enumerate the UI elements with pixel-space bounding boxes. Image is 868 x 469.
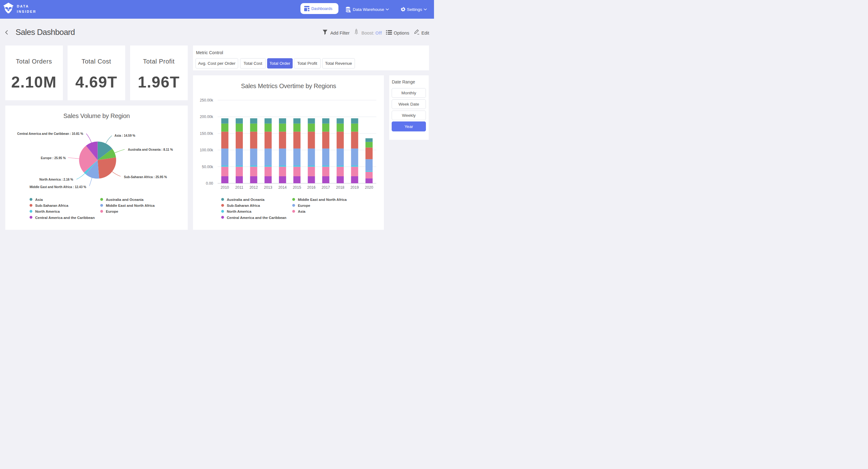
svg-text:Central America and the Caribb: Central America and the Caribbean bbox=[227, 215, 286, 219]
svg-text:0.00: 0.00 bbox=[206, 181, 213, 185]
svg-text:Australia and Oceania: Australia and Oceania bbox=[106, 198, 144, 201]
svg-text:Middle East and North Africa: Middle East and North Africa bbox=[106, 204, 155, 207]
svg-text:Europe: Europe bbox=[106, 210, 118, 213]
svg-text:Asia: Asia bbox=[35, 198, 43, 201]
svg-text:Middle East and North Africa: Middle East and North Africa bbox=[298, 198, 346, 201]
svg-text:100.00k: 100.00k bbox=[199, 148, 213, 152]
svg-text:Middle East and North Africa :: Middle East and North Africa : 12.43 % bbox=[29, 185, 86, 188]
svg-text:2020: 2020 bbox=[365, 185, 373, 189]
svg-text:Sales Volume by Region: Sales Volume by Region bbox=[63, 112, 130, 119]
svg-text:North America : 2.16 %: North America : 2.16 % bbox=[39, 178, 73, 181]
svg-text:2011: 2011 bbox=[235, 185, 243, 189]
svg-text:2018: 2018 bbox=[336, 185, 344, 189]
svg-text:Asia: Asia bbox=[298, 210, 305, 213]
svg-text:250.00k: 250.00k bbox=[199, 98, 213, 102]
svg-text:Central America and the Caribb: Central America and the Caribbean : 10.8… bbox=[17, 132, 83, 136]
svg-text:Sub-Saharan Africa: Sub-Saharan Africa bbox=[35, 204, 68, 207]
svg-text:Sub-Saharan Africa: Sub-Saharan Africa bbox=[227, 204, 260, 207]
svg-text:50.00k: 50.00k bbox=[202, 165, 213, 169]
svg-text:Asia : 14.59 %: Asia : 14.59 % bbox=[114, 134, 135, 137]
svg-text:2017: 2017 bbox=[321, 185, 330, 189]
svg-text:2012: 2012 bbox=[249, 185, 258, 189]
svg-text:2010: 2010 bbox=[220, 185, 229, 189]
svg-text:150.00k: 150.00k bbox=[199, 131, 213, 136]
svg-text:Australia and Oceania : 8.11 %: Australia and Oceania : 8.11 % bbox=[128, 148, 173, 151]
svg-text:Australia and Oceania: Australia and Oceania bbox=[227, 198, 264, 201]
svg-text:Sales Metrics Overtime by Regi: Sales Metrics Overtime by Regions bbox=[241, 82, 336, 89]
svg-text:Sub-Saharan Africa : 25.95 %: Sub-Saharan Africa : 25.95 % bbox=[124, 175, 167, 179]
svg-text:Central America and the Caribb: Central America and the Caribbean bbox=[35, 215, 95, 219]
svg-text:North America: North America bbox=[227, 210, 251, 213]
svg-text:2013: 2013 bbox=[264, 185, 272, 189]
svg-text:200.00k: 200.00k bbox=[199, 115, 213, 119]
svg-text:Europe : 25.95 %: Europe : 25.95 % bbox=[41, 156, 66, 159]
svg-text:2016: 2016 bbox=[307, 185, 315, 189]
svg-text:Europe: Europe bbox=[298, 204, 310, 207]
svg-text:North America: North America bbox=[35, 210, 60, 213]
svg-text:2019: 2019 bbox=[350, 185, 359, 189]
svg-text:2014: 2014 bbox=[278, 185, 287, 189]
svg-text:2015: 2015 bbox=[293, 185, 301, 189]
